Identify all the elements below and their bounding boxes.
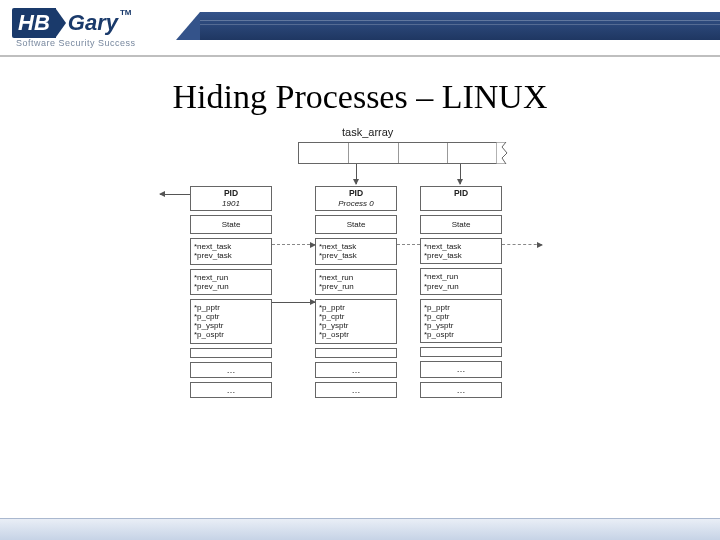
arrow-down-icon [460, 164, 461, 184]
task-ptrs: *next_task *prev_task [420, 238, 502, 264]
ptr: *next_run [194, 273, 268, 282]
ptr: *p_cptr [194, 312, 268, 321]
pid-cell: PID Process 0 [315, 186, 397, 211]
arrow-dashed-icon [272, 244, 315, 245]
ptr: *p_osptr [319, 330, 393, 339]
ptr: *prev_task [194, 251, 268, 260]
pid-value [424, 199, 498, 208]
pid-value: Process 0 [319, 199, 393, 208]
ellipsis-cell: … [190, 382, 272, 398]
ptr: *p_cptr [319, 312, 393, 321]
ptr: *p_pptr [319, 303, 393, 312]
arrow-down-icon [356, 164, 357, 184]
process-column: PID State *next_task *prev_task *next_ru… [420, 186, 502, 402]
pid-value: 1901 [194, 199, 268, 208]
ptr: *p_pptr [194, 303, 268, 312]
task-array-label: task_array [342, 126, 393, 138]
parent-ptrs: *p_pptr *p_cptr *p_ysptr *p_osptr [315, 299, 397, 344]
run-ptrs: *next_run *prev_run [190, 269, 272, 295]
ellipsis-cell: … [315, 362, 397, 378]
task-ptrs: *next_task *prev_task [315, 238, 397, 264]
ptr: *next_task [194, 242, 268, 251]
parent-ptrs: *p_pptr *p_cptr *p_ysptr *p_osptr [420, 299, 502, 344]
ptr: *p_ysptr [194, 321, 268, 330]
ptr: *p_osptr [424, 330, 498, 339]
pid-label: PID [424, 189, 498, 199]
header: HB Gary TM Software Security Success [0, 0, 720, 60]
page-title: Hiding Processes – LINUX [0, 78, 720, 116]
task-ptrs: *next_task *prev_task [190, 238, 272, 264]
pid-cell: PID [420, 186, 502, 211]
logo-arrow-icon [56, 9, 66, 37]
ellipsis-cell: … [315, 382, 397, 398]
ptr: *next_run [319, 273, 393, 282]
ptr: *p_cptr [424, 312, 498, 321]
arrow-dashed-icon [502, 244, 542, 245]
run-ptrs: *next_run *prev_run [315, 269, 397, 295]
run-ptrs: *next_run *prev_run [420, 268, 502, 294]
ptr: *next_task [319, 242, 393, 251]
logo-gary: Gary [68, 10, 118, 36]
ptr: *next_run [424, 272, 498, 281]
arrow-icon [160, 194, 190, 195]
ptr: *p_ysptr [319, 321, 393, 330]
ptr: *p_pptr [424, 303, 498, 312]
ellipsis-cell: … [420, 382, 502, 398]
footer-stripe [0, 518, 720, 540]
spacer-cell [190, 348, 272, 358]
logo: HB Gary TM [12, 8, 132, 38]
pid-cell: PID 1901 [190, 186, 272, 211]
tear-svg [496, 142, 508, 164]
ptr: *prev_run [424, 282, 498, 291]
diagram: task_array PID 1901 State *next_task *pr… [100, 126, 620, 476]
header-rule [0, 55, 720, 57]
logo-tm: TM [120, 8, 132, 17]
arrow-icon [272, 302, 315, 303]
ptr: *next_task [424, 242, 498, 251]
ptr: *prev_task [319, 251, 393, 260]
header-stripe [200, 12, 720, 40]
pid-label: PID [319, 189, 393, 199]
ptr: *p_ysptr [424, 321, 498, 330]
ptr: *prev_run [194, 282, 268, 291]
ptr: *prev_task [424, 251, 498, 260]
parent-ptrs: *p_pptr *p_cptr *p_ysptr *p_osptr [190, 299, 272, 344]
process-column: PID 1901 State *next_task *prev_task *ne… [190, 186, 272, 402]
pid-label: PID [194, 189, 268, 199]
process-column: PID Process 0 State *next_task *prev_tas… [315, 186, 397, 402]
state-cell: State [315, 215, 397, 234]
state-cell: State [190, 215, 272, 234]
arrow-dashed-icon [397, 244, 420, 245]
spacer-cell [420, 347, 502, 357]
ptr: *prev_run [319, 282, 393, 291]
ellipsis-cell: … [190, 362, 272, 378]
tagline: Software Security Success [16, 38, 136, 48]
state-cell: State [420, 215, 502, 234]
ptr: *p_osptr [194, 330, 268, 339]
logo-hb: HB [12, 8, 56, 38]
task-array-box [298, 142, 498, 164]
spacer-cell [315, 348, 397, 358]
ellipsis-cell: … [420, 361, 502, 377]
tear-icon [496, 142, 508, 164]
slide: HB Gary TM Software Security Success Hid… [0, 0, 720, 540]
